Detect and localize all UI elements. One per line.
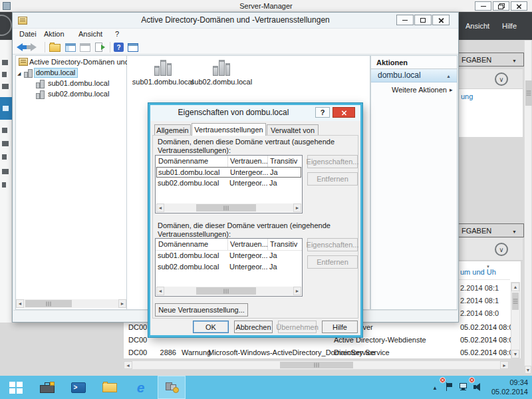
mmc-titlebar[interactable]: Active Directory-Domänen und -Vertrauens… xyxy=(13,13,458,29)
scroll-right-button[interactable]: ► xyxy=(500,361,509,369)
taskbar-explorer-button[interactable] xyxy=(94,376,125,399)
dialog-close-button[interactable] xyxy=(332,107,355,118)
mmc-close-button[interactable] xyxy=(432,15,450,25)
sm-nav-item[interactable] xyxy=(2,154,7,160)
scroll-right-button[interactable]: ► xyxy=(293,287,301,295)
sm-nav-item[interactable] xyxy=(2,72,7,77)
column-separator[interactable] xyxy=(267,156,268,167)
event-row-fragment[interactable]: 2.2014 08:1 xyxy=(460,296,499,305)
tree-item-root[interactable]: Active Directory-Domänen und -Ve xyxy=(16,57,126,67)
scroll-left-button[interactable]: ◄ xyxy=(156,203,164,212)
tree-item-sub01[interactable]: sub01.dombu.local xyxy=(16,78,126,88)
table-row[interactable]: sub01.dombu.local Untergeor... Ja xyxy=(156,167,301,178)
column-header[interactable]: Domänenname xyxy=(158,157,208,165)
column-header[interactable]: Domänenname xyxy=(158,240,208,248)
menu-aktion[interactable]: Aktion xyxy=(44,29,65,39)
hscroll-thumb[interactable] xyxy=(196,204,256,211)
actions-more-item[interactable]: Weitere Aktionen ▸ xyxy=(371,85,457,96)
result-item-sub01[interactable]: sub01.dombu.local xyxy=(131,59,195,88)
collapse-icon[interactable]: ▲ xyxy=(446,72,451,81)
sm-back-button[interactable] xyxy=(0,15,12,36)
help-button[interactable]: Hilfe xyxy=(322,321,358,333)
event-row-fragment[interactable]: 2.2014 08:0 xyxy=(460,309,499,318)
tab-allgemein[interactable]: Allgemein xyxy=(154,124,191,136)
help-icon[interactable]: ? xyxy=(114,43,124,52)
events-hscrollbar[interactable]: ◄ ► xyxy=(123,360,509,370)
scroll-up-button[interactable]: ▲ xyxy=(511,283,519,291)
events-vscrollbar[interactable]: ▲ ▼ xyxy=(511,282,520,359)
sm-close-button[interactable] xyxy=(511,1,527,11)
table-row[interactable]: sub02.dombu.local Untergeor... Ja xyxy=(156,262,301,273)
show-window-icon[interactable] xyxy=(128,43,138,52)
sm-nav-item[interactable] xyxy=(2,84,9,89)
page-scroll-down-button[interactable]: ▼ xyxy=(525,366,531,374)
console-tree-icon[interactable] xyxy=(65,43,76,52)
sm-nav-item[interactable] xyxy=(2,60,8,65)
collapse-chevron-button[interactable]: ∨ xyxy=(495,72,508,86)
menu-datei[interactable]: Datei xyxy=(19,29,37,39)
ok-button[interactable]: OK xyxy=(193,321,229,333)
dialog-help-button[interactable]: ? xyxy=(315,107,330,118)
column-separator[interactable] xyxy=(227,239,228,250)
tree-expander-icon[interactable]: ◢ xyxy=(17,69,21,78)
events-date-column-header[interactable]: um und Uh xyxy=(460,267,496,277)
taskbar-mmc-button-active[interactable] xyxy=(158,376,186,399)
sm-nav-item-selected[interactable] xyxy=(0,97,12,120)
dialog-titlebar[interactable]: Eigenschaften von dombu.local ? xyxy=(150,105,360,121)
event-row-fragment[interactable]: 2.2014 08:1 xyxy=(460,283,499,293)
column-header[interactable]: Vertrauen... xyxy=(230,240,268,248)
column-separator[interactable] xyxy=(267,239,268,250)
outgoing-properties-button[interactable]: Eigenschaften... xyxy=(307,155,358,168)
hscroll-thumb[interactable] xyxy=(280,362,353,368)
incoming-properties-button[interactable]: Eigenschaften... xyxy=(307,238,358,251)
mmc-maximize-button[interactable] xyxy=(414,15,432,25)
table-row[interactable]: sub01.dombu.local Untergeor... Ja xyxy=(156,251,301,261)
actions-group-bar[interactable]: dombu.local ▲ xyxy=(371,69,457,82)
hscroll-thumb[interactable] xyxy=(196,287,256,295)
server-manager-titlebar[interactable]: Server-Manager xyxy=(0,0,532,12)
table-hscrollbar[interactable]: ◄ ► xyxy=(156,203,301,212)
mmc-minimize-button[interactable] xyxy=(396,15,414,25)
scroll-down-button[interactable]: ▼ xyxy=(511,350,519,358)
event-row[interactable]: DC00 2886 Warnung Microsoft-Windows-Acti… xyxy=(123,346,511,358)
sm-nav-item[interactable] xyxy=(2,182,6,188)
scroll-right-button[interactable]: ► xyxy=(293,203,301,212)
tray-expand-icon[interactable]: ▲ xyxy=(432,384,438,393)
apply-button[interactable]: Übernehmen xyxy=(278,321,317,333)
hscroll-thumb[interactable] xyxy=(25,300,72,307)
sm-page-scrollbar[interactable]: ▼ xyxy=(524,40,532,374)
sm-nav-item[interactable] xyxy=(2,141,9,146)
result-item-sub02[interactable]: sub02.dombu.local xyxy=(190,59,253,88)
up-one-level-icon[interactable] xyxy=(49,44,61,52)
tree-item-dombu[interactable]: ◢ dombu.local xyxy=(16,68,126,78)
tree-hscrollbar[interactable]: ◄ ► xyxy=(16,299,126,308)
sm-nav-item[interactable] xyxy=(2,169,9,174)
start-button[interactable] xyxy=(0,376,31,399)
table-hscrollbar[interactable]: ◄ ► xyxy=(156,287,301,295)
tree-item-sub02[interactable]: sub02.dombu.local xyxy=(16,89,126,99)
sm-minimize-button[interactable] xyxy=(475,1,491,11)
menu-help[interactable]: ? xyxy=(115,29,119,39)
taskbar-ie-button[interactable]: e xyxy=(125,376,156,399)
new-trust-button[interactable]: Neue Vertrauensstellung... xyxy=(155,303,248,317)
scroll-right-button[interactable]: ► xyxy=(118,299,126,308)
taskbar-powershell-button[interactable]: > xyxy=(63,376,94,399)
incoming-remove-button[interactable]: Entfernen xyxy=(307,255,358,269)
sm-restore-button[interactable] xyxy=(493,1,509,11)
scroll-left-button[interactable]: ◄ xyxy=(156,287,164,295)
vscroll-thumb[interactable] xyxy=(512,293,519,310)
tab-vertrauensstellungen[interactable]: Vertrauensstellungen xyxy=(192,123,266,136)
taskbar-clock[interactable]: 09:34 05.02.2014 xyxy=(483,378,528,397)
menu-ansicht[interactable]: Ansicht xyxy=(78,29,102,39)
taskbar-server-manager-button[interactable] xyxy=(31,376,63,399)
scroll-left-button[interactable]: ◄ xyxy=(124,361,132,369)
page-scroll-thumb[interactable] xyxy=(525,80,532,106)
sm-nav-item[interactable] xyxy=(2,128,7,133)
column-separator[interactable] xyxy=(227,156,228,167)
sm-menu-help[interactable]: Hilfe xyxy=(502,21,517,31)
forward-icon[interactable] xyxy=(31,43,37,51)
column-header[interactable]: Vertrauen... xyxy=(230,157,268,165)
table-row[interactable]: sub02.dombu.local Untergeor... Ja xyxy=(156,178,301,189)
scroll-left-button[interactable]: ◄ xyxy=(16,299,24,308)
column-header[interactable]: Transitiv xyxy=(270,157,297,165)
